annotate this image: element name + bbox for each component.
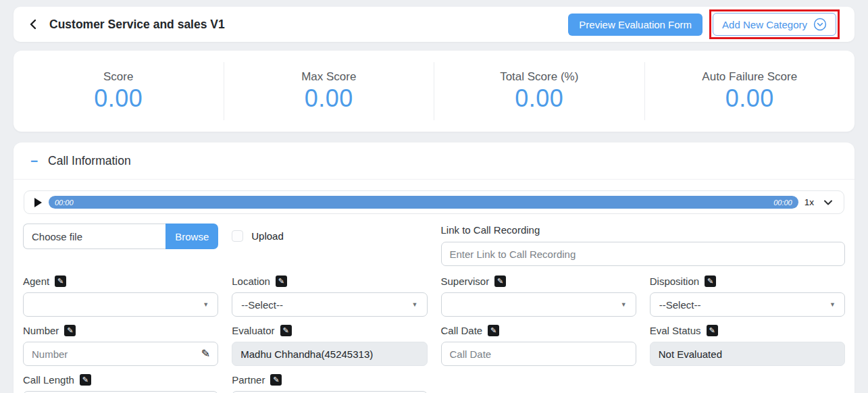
fields-row-1: Agent ✎ ▼ Location ✎ --Select-- ▼ bbox=[14, 276, 854, 317]
audio-player: 00:00 00:00 1x bbox=[24, 190, 844, 214]
call-length-field: Call Length ✎ bbox=[23, 374, 218, 393]
dropdown-caret-icon: ▼ bbox=[203, 301, 209, 308]
upload-row: Choose file Browse Upload Link to Call R… bbox=[14, 224, 854, 266]
back-icon[interactable] bbox=[28, 19, 38, 30]
upload-checkbox-group: Upload bbox=[232, 224, 427, 266]
eval-status-input bbox=[650, 342, 845, 366]
audio-elapsed-time: 00:00 bbox=[55, 199, 74, 207]
edit-icon[interactable]: ✎ bbox=[488, 325, 499, 336]
supervisor-select[interactable]: ▼ bbox=[441, 292, 636, 317]
max-score-value: 0.00 bbox=[305, 84, 353, 113]
edit-icon[interactable]: ✎ bbox=[276, 276, 287, 287]
fields-row-3: Call Length ✎ Partner ✎ ▼ bbox=[14, 374, 854, 393]
link-to-call-recording-group: Link to Call Recording bbox=[441, 224, 846, 266]
audio-progress-bar[interactable]: 00:00 00:00 bbox=[49, 196, 798, 209]
eval-status-field: Eval Status ✎ bbox=[650, 325, 845, 366]
add-new-category-button[interactable]: Add New Category bbox=[713, 13, 836, 36]
edit-icon[interactable]: ✎ bbox=[80, 374, 91, 386]
header-actions: Preview Evaluation Form Add New Category bbox=[568, 9, 840, 39]
edit-icon[interactable]: ✎ bbox=[280, 325, 292, 336]
evaluator-label: Evaluator bbox=[232, 325, 274, 336]
red-annotation-box: Add New Category bbox=[709, 9, 840, 39]
agent-select[interactable]: ▼ bbox=[23, 292, 218, 317]
disposition-field: Disposition ✎ --Select-- ▼ bbox=[650, 276, 845, 317]
total-score-value: 0.00 bbox=[515, 84, 563, 113]
add-new-category-label: Add New Category bbox=[722, 19, 807, 30]
upload-checkbox-label: Upload bbox=[251, 230, 284, 242]
evaluator-input bbox=[232, 342, 427, 366]
call-date-field: Call Date ✎ bbox=[441, 325, 636, 366]
edit-icon[interactable]: ✎ bbox=[55, 276, 66, 287]
score-value: 0.00 bbox=[94, 84, 143, 113]
link-to-call-recording-input[interactable] bbox=[441, 242, 846, 266]
max-score-label: Max Score bbox=[301, 70, 356, 84]
supervisor-field: Supervisor ✎ ▼ bbox=[441, 276, 636, 317]
evaluator-field: Evaluator ✎ bbox=[232, 325, 427, 366]
evaluation-form-page: Customer Service and sales V1 Preview Ev… bbox=[0, 0, 868, 393]
number-label: Number bbox=[23, 325, 59, 336]
score-cell: Score 0.00 bbox=[14, 62, 224, 120]
edit-icon[interactable]: ✎ bbox=[494, 276, 506, 287]
link-to-call-recording-label: Link to Call Recording bbox=[441, 224, 846, 236]
fields-row-2: Number ✎ ✎ Evaluator ✎ Call Date ✎ bbox=[14, 325, 854, 366]
auto-failure-score-value: 0.00 bbox=[725, 84, 774, 113]
call-information-card: − Call Information 00:00 00:00 1x Choose… bbox=[14, 142, 854, 393]
score-summary-card: Score 0.00 Max Score 0.00 Total Score (%… bbox=[14, 51, 854, 132]
number-input[interactable] bbox=[23, 342, 218, 366]
agent-label: Agent bbox=[23, 276, 49, 287]
call-information-title: Call Information bbox=[48, 154, 131, 168]
chevron-down-circle-icon bbox=[813, 18, 827, 31]
auto-failure-score-label: Auto Failure Score bbox=[702, 70, 797, 84]
call-length-label: Call Length bbox=[23, 374, 74, 386]
edit-icon[interactable]: ✎ bbox=[270, 374, 282, 386]
header-bar: Customer Service and sales V1 Preview Ev… bbox=[14, 7, 854, 42]
dropdown-caret-icon: ▼ bbox=[412, 301, 418, 308]
page-title: Customer Service and sales V1 bbox=[49, 18, 225, 32]
upload-checkbox[interactable] bbox=[232, 230, 243, 242]
call-date-input[interactable] bbox=[441, 342, 636, 366]
location-label: Location bbox=[232, 276, 270, 287]
partner-label: Partner bbox=[232, 374, 265, 386]
play-icon[interactable] bbox=[34, 198, 42, 207]
disposition-select-value: --Select-- bbox=[659, 299, 701, 311]
chevron-down-icon[interactable] bbox=[823, 197, 834, 208]
disposition-select[interactable]: --Select-- ▼ bbox=[650, 292, 845, 317]
score-label: Score bbox=[103, 70, 133, 84]
preview-evaluation-form-button[interactable]: Preview Evaluation Form bbox=[568, 14, 703, 36]
dropdown-caret-icon: ▼ bbox=[829, 301, 836, 308]
location-select-value: --Select-- bbox=[241, 299, 283, 311]
eval-status-label: Eval Status bbox=[650, 325, 701, 336]
number-field: Number ✎ ✎ bbox=[23, 325, 218, 366]
choose-file-field[interactable]: Choose file bbox=[23, 224, 165, 249]
file-upload-group: Choose file Browse bbox=[23, 224, 218, 266]
total-score-cell: Total Score (%) 0.00 bbox=[434, 62, 644, 120]
total-score-label: Total Score (%) bbox=[500, 70, 578, 84]
edit-icon[interactable]: ✎ bbox=[707, 325, 718, 336]
max-score-cell: Max Score 0.00 bbox=[224, 62, 434, 120]
agent-field: Agent ✎ ▼ bbox=[23, 276, 218, 317]
call-information-header: − Call Information bbox=[14, 142, 854, 180]
playback-speed[interactable]: 1x bbox=[805, 197, 814, 207]
auto-failure-score-cell: Auto Failure Score 0.00 bbox=[644, 62, 855, 120]
disposition-label: Disposition bbox=[650, 276, 699, 287]
dropdown-caret-icon: ▼ bbox=[621, 301, 627, 308]
supervisor-label: Supervisor bbox=[441, 276, 490, 287]
edit-icon[interactable]: ✎ bbox=[705, 276, 716, 287]
edit-icon[interactable]: ✎ bbox=[64, 325, 76, 336]
browse-button[interactable]: Browse bbox=[165, 224, 218, 249]
collapse-icon[interactable]: − bbox=[30, 155, 38, 167]
call-date-label: Call Date bbox=[441, 325, 483, 336]
location-select[interactable]: --Select-- ▼ bbox=[232, 292, 427, 317]
partner-field: Partner ✎ ▼ bbox=[232, 374, 427, 393]
audio-remaining-time: 00:00 bbox=[773, 199, 792, 207]
location-field: Location ✎ --Select-- ▼ bbox=[232, 276, 427, 317]
pencil-icon[interactable]: ✎ bbox=[201, 347, 210, 360]
